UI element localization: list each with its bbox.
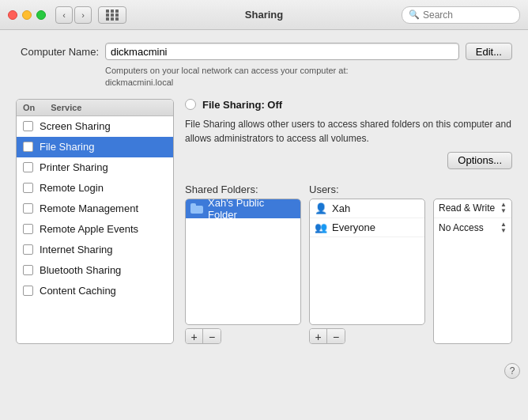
service-name: Printer Sharing <box>40 161 108 173</box>
search-input[interactable] <box>423 9 513 21</box>
service-item[interactable]: Content Caching <box>17 281 173 301</box>
stepper-down[interactable]: ▼ <box>500 228 507 234</box>
services-area: On Service Screen Sharing ✓ File Sharing… <box>16 99 512 344</box>
list-item[interactable]: 👥 Everyone <box>310 218 424 237</box>
shared-folders-add-remove: + − <box>185 328 221 344</box>
service-item[interactable]: Internet Sharing <box>17 240 173 260</box>
list-item[interactable]: 👤 Xah <box>310 199 424 218</box>
user-icon: 👤 <box>315 202 327 214</box>
col-on-label: On <box>23 103 35 112</box>
service-list-panel: On Service Screen Sharing ✓ File Sharing… <box>16 99 174 344</box>
service-name: Remote Apple Events <box>40 223 138 235</box>
minimize-button[interactable] <box>22 10 32 20</box>
service-item-file-sharing[interactable]: ✓ File Sharing <box>17 137 173 157</box>
permission-value: Read & Write <box>439 202 495 214</box>
permission-stepper[interactable]: ▲ ▼ <box>500 221 507 234</box>
service-item[interactable]: Screen Sharing <box>17 116 173 137</box>
service-list-header: On Service <box>17 100 173 116</box>
titlebar: ‹ › Sharing 🔍 <box>0 0 528 30</box>
service-item[interactable]: Bluetooth Sharing <box>17 260 173 281</box>
add-folder-button[interactable]: + <box>186 329 203 344</box>
service-name: Bluetooth Sharing <box>40 264 121 276</box>
remove-folder-button[interactable]: − <box>203 329 221 344</box>
service-name: Remote Login <box>40 182 104 194</box>
bottom-bar: ? <box>0 357 528 382</box>
shared-folders-section: Shared Folders: Xah's Public Folder + − <box>185 184 301 344</box>
grid-menu-button[interactable] <box>98 6 126 24</box>
permission-value: No Access <box>439 222 484 233</box>
user-name: Everyone <box>332 221 375 233</box>
folders-users-area: Shared Folders: Xah's Public Folder + − <box>185 184 512 344</box>
service-checkbox-remote-apple-events[interactable] <box>23 224 33 234</box>
group-icon: 👥 <box>315 221 327 233</box>
help-button[interactable]: ? <box>504 363 520 379</box>
shared-folders-list[interactable]: Xah's Public Folder <box>185 199 301 325</box>
service-items: Screen Sharing ✓ File Sharing Printer Sh… <box>17 116 173 343</box>
local-address: dickmacmini.local <box>105 78 173 87</box>
edit-button[interactable]: Edit... <box>466 43 512 60</box>
service-item[interactable]: Remote Login <box>17 178 173 199</box>
add-user-button[interactable]: + <box>310 329 327 344</box>
back-button[interactable]: ‹ <box>55 6 73 24</box>
computer-name-row: Computer Name: Edit... <box>16 43 512 60</box>
right-panel: File Sharing: Off File Sharing allows ot… <box>185 99 512 344</box>
computer-name-label: Computer Name: <box>16 43 99 58</box>
maximize-button[interactable] <box>36 10 46 20</box>
list-item[interactable]: Xah's Public Folder <box>186 199 300 218</box>
service-checkbox-internet-sharing[interactable] <box>23 244 33 255</box>
window-title: Sharing <box>245 9 283 21</box>
permission-item[interactable]: Read & Write ▲ ▼ <box>434 199 511 218</box>
service-name: Content Caching <box>40 285 116 297</box>
service-item[interactable]: Remote Apple Events <box>17 219 173 240</box>
user-name: Xah <box>332 202 350 214</box>
users-list[interactable]: 👤 Xah 👥 Everyone <box>309 199 425 325</box>
forward-button[interactable]: › <box>74 6 92 24</box>
service-item[interactable]: Printer Sharing <box>17 157 173 178</box>
users-add-remove: + − <box>309 328 345 344</box>
service-name: Internet Sharing <box>40 244 113 255</box>
file-sharing-header: File Sharing: Off <box>185 99 512 111</box>
file-sharing-radio[interactable] <box>185 99 196 110</box>
remove-user-button[interactable]: − <box>327 329 345 344</box>
close-button[interactable] <box>8 10 17 20</box>
service-checkbox-file-sharing[interactable]: ✓ <box>23 142 33 152</box>
options-button[interactable]: Options... <box>447 152 512 169</box>
service-checkbox-screen-sharing[interactable] <box>23 121 33 131</box>
service-item[interactable]: Remote Management <box>17 199 173 219</box>
computer-name-input[interactable] <box>105 43 459 60</box>
nav-buttons: ‹ › <box>55 6 92 24</box>
grid-icon <box>106 9 119 21</box>
folder-name: Xah's Public Folder <box>208 199 296 221</box>
stepper-down[interactable]: ▼ <box>500 208 507 214</box>
permissions-list: Read & Write ▲ ▼ No Access ▲ ▼ <box>433 199 512 344</box>
service-checkbox-printer-sharing[interactable] <box>23 162 33 172</box>
computer-note: Computers on your local network can acce… <box>105 65 512 89</box>
folder-icon <box>190 203 203 214</box>
permission-stepper[interactable]: ▲ ▼ <box>500 202 507 214</box>
search-box[interactable]: 🔍 <box>402 6 520 24</box>
service-name: Screen Sharing <box>40 120 111 132</box>
shared-folders-label: Shared Folders: <box>185 184 301 195</box>
permission-item[interactable]: No Access ▲ ▼ <box>434 218 511 237</box>
traffic-lights <box>8 10 46 20</box>
col-service-label: Service <box>51 103 81 112</box>
main-content: Computer Name: Edit... Computers on your… <box>0 30 528 357</box>
service-checkbox-remote-management[interactable] <box>23 203 33 214</box>
service-name: Remote Management <box>40 202 138 214</box>
permissions-section: Permissions Read & Write ▲ ▼ No Access <box>433 184 512 344</box>
file-sharing-title: File Sharing: Off <box>202 99 282 111</box>
service-checkbox-remote-login[interactable] <box>23 183 33 193</box>
service-checkbox-bluetooth-sharing[interactable] <box>23 265 33 275</box>
service-name: File Sharing <box>40 141 94 153</box>
service-checkbox-content-caching[interactable] <box>23 286 33 296</box>
search-icon: 🔍 <box>409 9 420 20</box>
users-section: Users: 👤 Xah 👥 Everyone + − <box>309 184 425 344</box>
file-sharing-description: File Sharing allows other users to acces… <box>185 117 512 146</box>
users-label: Users: <box>309 184 425 195</box>
